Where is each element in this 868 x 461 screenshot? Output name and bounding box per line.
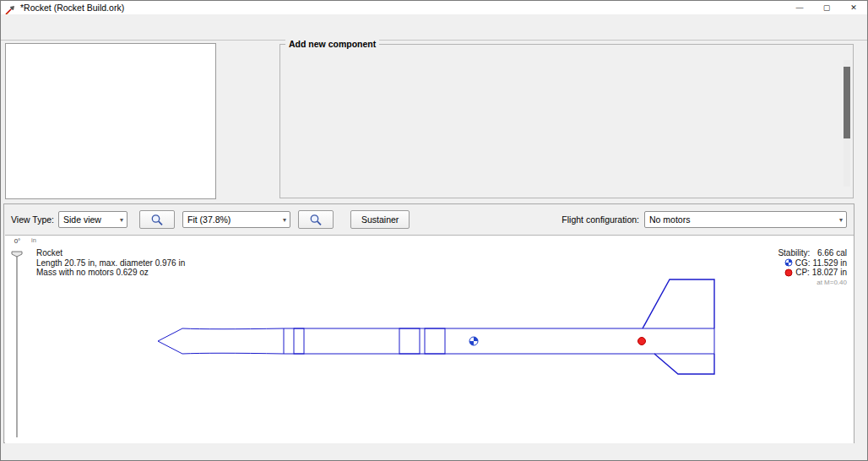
view-type-label: View Type: (11, 214, 54, 225)
cp-legend-icon (784, 268, 793, 277)
component-panel-scrollbar[interactable] (844, 60, 850, 187)
design-view-panel: View Type: Side view▾ Fit (37.8%)▾ Susta… (3, 203, 854, 443)
transition-section[interactable] (399, 328, 420, 354)
chevron-down-icon: ▾ (120, 216, 123, 224)
tree-action-buttons (225, 43, 272, 199)
slider-handle[interactable] (12, 252, 22, 257)
horizontal-ruler (30, 236, 854, 248)
magnifier-icon (150, 214, 164, 226)
minimize-button[interactable]: — (786, 1, 813, 14)
app-rocket-icon (5, 3, 15, 13)
window-title: *Rocket (Rocket Build.ork) (20, 3, 124, 13)
rocket-info: Rocket Length 20.75 in, max. diameter 0.… (36, 248, 185, 278)
bottom-fin[interactable] (654, 354, 714, 374)
zoom-level-select[interactable]: Fit (37.8%)▾ (182, 211, 290, 228)
top-fin[interactable] (643, 279, 714, 328)
close-button[interactable]: ✕ (840, 1, 867, 14)
rotation-slider[interactable] (5, 248, 28, 443)
status-bar (1, 444, 867, 461)
openrocket-window: *Rocket (Rocket Build.ork) — ▢ ✕ Add new… (0, 0, 868, 461)
tube-section[interactable] (425, 328, 445, 354)
flight-config-label: Flight configuration: (561, 214, 639, 225)
zoom-in-button[interactable] (298, 210, 334, 229)
view-toolbar: View Type: Side view▾ Fit (37.8%)▾ Susta… (4, 204, 854, 235)
stability-info: Stability: 6.66 cal CG:11.529 in CP:18.0… (778, 248, 847, 287)
chevron-down-icon: ▾ (839, 216, 843, 224)
scrollbar-thumb[interactable] (844, 67, 850, 138)
rocket-canvas[interactable]: 0° in (5, 235, 854, 443)
menu-bar (1, 14, 867, 26)
stage-toggle-sustainer[interactable]: Sustainer (350, 210, 410, 229)
cg-legend-icon (784, 258, 793, 267)
mach-note: at M=0.40 (778, 278, 847, 288)
view-type-select[interactable]: Side view▾ (58, 211, 127, 228)
component-tree[interactable] (5, 43, 216, 199)
tab-bar (1, 26, 867, 41)
rotation-angle-label: 0° (5, 236, 30, 247)
nose-shoulder[interactable] (294, 328, 304, 354)
flight-config-select[interactable]: No motors▾ (644, 211, 847, 228)
nose-cone-outline[interactable] (182, 328, 284, 329)
chevron-down-icon: ▾ (283, 216, 286, 224)
title-bar: *Rocket (Rocket Build.ork) — ▢ ✕ (1, 1, 867, 15)
add-component-title: Add new component (285, 39, 379, 49)
cp-marker (638, 338, 646, 345)
rocket-diagram[interactable] (30, 248, 854, 443)
maximize-button[interactable]: ▢ (813, 1, 840, 14)
add-component-panel: Add new component (279, 44, 854, 198)
cg-marker (469, 337, 478, 345)
magnifier-icon (309, 214, 323, 226)
zoom-out-button[interactable] (139, 210, 175, 229)
